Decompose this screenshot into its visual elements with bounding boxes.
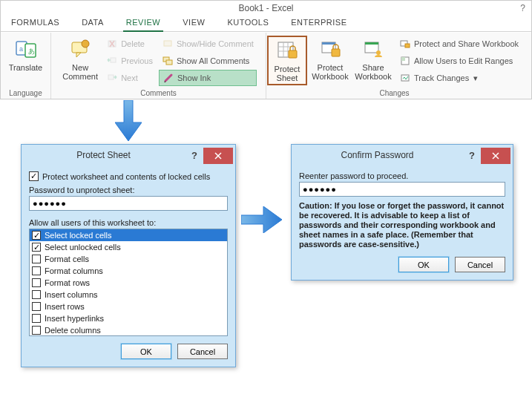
protect-share-workbook-button[interactable]: Protect and Share Workbook: [396, 36, 522, 52]
dialog-title: Confirm Password: [292, 150, 463, 160]
show-hide-comment-button[interactable]: Show/Hide Comment: [159, 36, 257, 52]
permission-checkbox[interactable]: [32, 278, 41, 287]
svg-text:a: a: [19, 45, 23, 53]
confirm-password-dialog: Confirm Password ? Reenter password to p…: [291, 144, 513, 281]
next-label: Next: [121, 73, 138, 82]
tab-data[interactable]: DATA: [79, 15, 107, 31]
permission-label: Select locked cells: [45, 231, 112, 240]
arrow-right-icon: [241, 206, 282, 233]
permission-checkbox[interactable]: [32, 314, 41, 323]
window-title: Book1 - Excel: [238, 3, 293, 13]
permission-label: Select unlocked cells: [45, 243, 121, 252]
svg-rect-11: [166, 60, 172, 65]
delete-icon: [106, 38, 118, 50]
previous-comment-button[interactable]: Previous: [103, 53, 156, 69]
permission-item[interactable]: Format rows: [30, 277, 227, 289]
next-comment-button[interactable]: Next: [103, 70, 156, 86]
permission-label: Format columns: [45, 266, 103, 275]
checkmark-icon: ✓: [30, 172, 37, 180]
ink-icon: [162, 72, 174, 84]
showall-label: Show All Comments: [177, 56, 249, 65]
new-comment-label: New Comment: [62, 63, 98, 81]
permission-label: Delete columns: [45, 326, 101, 335]
help-button[interactable]: ?: [520, 3, 525, 13]
allow-edit-ranges-button[interactable]: Allow Users to Edit Ranges: [396, 53, 522, 69]
track-changes-button[interactable]: Track Changes▾: [396, 70, 522, 86]
svg-point-19: [376, 50, 381, 55]
svg-rect-15: [322, 42, 335, 45]
checkmark-icon: ✓: [33, 232, 40, 240]
show-ink-button[interactable]: Show Ink: [159, 70, 257, 86]
permission-item[interactable]: ✓Select unlocked cells: [30, 241, 227, 253]
permission-checkbox[interactable]: [32, 255, 41, 263]
permission-item[interactable]: Insert rows: [30, 301, 227, 312]
group-changes-label: Changes: [271, 88, 518, 98]
permission-item[interactable]: Format columns: [30, 265, 227, 277]
dialog-help-button[interactable]: ?: [185, 150, 203, 161]
arrow-down-icon: [115, 100, 142, 141]
protect-workbook-button[interactable]: Protect Workbook: [310, 36, 350, 82]
protect-sheet-label: Protect Sheet: [275, 65, 301, 82]
svg-rect-18: [365, 42, 378, 45]
ok-button[interactable]: OK: [398, 257, 449, 272]
track-icon: [399, 72, 411, 84]
permission-checkbox[interactable]: ✓: [32, 231, 41, 240]
permission-label: Insert rows: [45, 302, 85, 311]
permission-item[interactable]: Delete columns: [30, 324, 227, 336]
ribbon-body: aあ Translate Language New Comment Delete: [1, 32, 531, 99]
dialog-close-button[interactable]: [481, 148, 510, 164]
protect-checkbox[interactable]: ✓: [29, 171, 39, 181]
protect-sheet-button[interactable]: Protect Sheet: [267, 36, 307, 85]
tab-kutools[interactable]: KUTOOLS: [224, 15, 272, 31]
ok-button[interactable]: OK: [121, 344, 171, 359]
tab-view[interactable]: VIEW: [180, 15, 208, 31]
reenter-label: Reenter password to proceed.: [299, 171, 505, 180]
previous-icon: [106, 55, 118, 67]
protect-sheet-dialog: Protect Sheet ? ✓ Protect worksheet and …: [21, 144, 236, 367]
dialog-close-button[interactable]: [203, 148, 233, 164]
dialog-titlebar[interactable]: Confirm Password ?: [292, 145, 513, 165]
svg-rect-7: [111, 58, 116, 62]
svg-rect-9: [164, 41, 171, 46]
show-all-comments-button[interactable]: Show All Comments: [159, 53, 257, 69]
permission-checkbox[interactable]: [32, 326, 41, 335]
svg-point-5: [82, 40, 89, 47]
allowedit-icon: [399, 55, 411, 67]
svg-rect-23: [401, 57, 405, 61]
permission-checkbox[interactable]: [32, 266, 41, 275]
protect-workbook-label: Protect Workbook: [312, 63, 348, 81]
tab-enterprise[interactable]: ENTERPRISE: [288, 15, 349, 31]
cancel-button[interactable]: Cancel: [455, 257, 505, 272]
delete-comment-button[interactable]: Delete: [103, 36, 156, 52]
permission-item[interactable]: Format cells: [30, 253, 227, 265]
svg-rect-16: [332, 49, 340, 56]
group-language-label: Language: [5, 88, 46, 98]
protshare-label: Protect and Share Workbook: [414, 39, 519, 48]
permission-item[interactable]: ✓Select locked cells: [30, 229, 227, 241]
protect-checkbox-label: Protect worksheet and contents of locked…: [42, 172, 210, 181]
checkmark-icon: ✓: [33, 243, 40, 252]
tab-review[interactable]: REVIEW: [123, 15, 163, 32]
protect-checkbox-row[interactable]: ✓ Protect worksheet and contents of lock…: [29, 171, 228, 181]
permission-item[interactable]: Insert columns: [30, 289, 227, 301]
tab-formulas[interactable]: FORMULAS: [8, 15, 62, 31]
title-bar: Book1 - Excel ?: [1, 1, 531, 15]
share-workbook-button[interactable]: Share Workbook: [353, 36, 393, 82]
permission-checkbox[interactable]: ✓: [32, 243, 41, 252]
permission-checkbox[interactable]: [32, 290, 41, 299]
dialog-help-button[interactable]: ?: [463, 150, 481, 161]
group-comments: New Comment Delete Previous Next Show/Hi…: [51, 33, 266, 99]
reenter-password-input[interactable]: [299, 182, 505, 197]
permission-label: Insert columns: [45, 290, 98, 299]
permission-checkbox[interactable]: [32, 302, 41, 311]
new-comment-button[interactable]: New Comment: [60, 36, 100, 82]
svg-text:あ: あ: [28, 47, 35, 55]
dialog-titlebar[interactable]: Protect Sheet ?: [22, 145, 235, 165]
showhide-icon: [162, 38, 174, 50]
group-changes: Protect Sheet Protect Workbook Share Wor…: [266, 33, 522, 99]
permission-item[interactable]: Insert hyperlinks: [30, 312, 227, 324]
translate-button[interactable]: aあ Translate: [6, 36, 46, 73]
permissions-listbox[interactable]: ✓Select locked cells✓Select unlocked cel…: [29, 229, 228, 336]
password-input[interactable]: [29, 196, 228, 211]
cancel-button[interactable]: Cancel: [177, 344, 228, 359]
